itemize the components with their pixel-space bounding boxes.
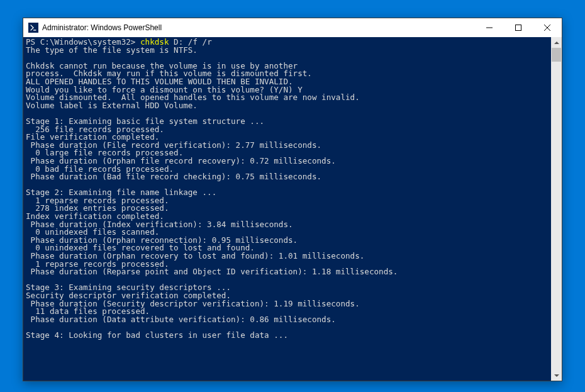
minimize-button[interactable] bbox=[475, 18, 504, 37]
titlebar[interactable]: Administrator: Windows PowerShell bbox=[23, 18, 562, 37]
powershell-window: Administrator: Windows PowerShell PS C:\… bbox=[23, 18, 562, 381]
scroll-down-button[interactable] bbox=[551, 370, 562, 381]
svg-rect-2 bbox=[516, 25, 521, 31]
scrollbar-thumb[interactable] bbox=[552, 48, 561, 62]
close-button[interactable] bbox=[533, 18, 562, 37]
console-area: PS C:\Windows\system32> chkdsk D: /f /r … bbox=[23, 37, 562, 381]
window-controls bbox=[475, 18, 562, 37]
maximize-button[interactable] bbox=[504, 18, 533, 37]
scroll-up-button[interactable] bbox=[551, 37, 562, 48]
console-output[interactable]: PS C:\Windows\system32> chkdsk D: /f /r … bbox=[23, 37, 551, 381]
window-title: Administrator: Windows PowerShell bbox=[42, 23, 475, 32]
scrollbar-track[interactable] bbox=[551, 48, 562, 370]
output-lines: The type of the file system is NTFS. Chk… bbox=[26, 45, 398, 340]
vertical-scrollbar[interactable] bbox=[551, 37, 562, 381]
powershell-icon bbox=[28, 23, 38, 33]
